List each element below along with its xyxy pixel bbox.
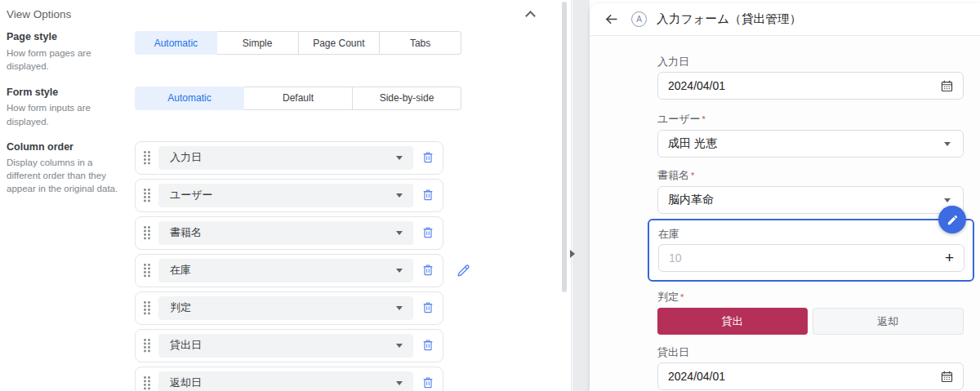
calendar-icon[interactable] [940,79,954,93]
stock-number-input[interactable]: 10 + [658,244,964,272]
field-label: 貸出日 [657,346,964,358]
app-window: View Options Page style How form pages a… [0,0,980,391]
column-row: 判定 [135,291,443,325]
required-mark: * [691,171,694,180]
field-user: ユーザー* 成田 光恵 [657,113,964,158]
column-select[interactable]: 入力日 [158,146,413,170]
collapse-section-icon[interactable] [525,11,536,21]
book-select[interactable]: 脳内革命 [657,186,964,214]
chevron-down-icon [944,198,951,202]
form-style-label: Form style [7,87,125,100]
field-stock-selected[interactable]: 在庫 10 + [648,219,974,282]
form-style-description: How form inputs are displayed. [7,101,125,127]
column-row-wrap: 在庫 [135,254,443,287]
delete-column-icon[interactable] [421,189,434,202]
required-mark: * [702,114,706,124]
user-select[interactable]: 成田 光恵 [657,130,964,158]
delete-column-icon[interactable] [421,264,434,277]
column-order-label: Column order [7,141,125,154]
back-icon[interactable] [604,11,619,27]
column-select[interactable]: 返却日 [158,371,413,391]
column-row: 入力日 [135,141,443,175]
left-scrollbar[interactable] [562,2,567,292]
column-select[interactable]: 書籍名 [158,221,413,245]
edit-column-icon[interactable] [456,263,471,282]
form-style-control: AutomaticDefaultSide-by-side [135,87,461,110]
return-button[interactable]: 返却 [813,308,964,335]
field-label: ユーザー [657,113,701,125]
field-label: 在庫 [658,228,964,240]
date-input[interactable]: 2024/04/01 [657,72,964,100]
column-order-list: 入力日ユーザー書籍名在庫判定貸出日返却日 [135,141,461,391]
column-row: 返却日 [135,367,443,391]
chevron-down-icon [396,381,403,385]
column-row: 書籍名 [135,216,443,250]
drag-handle-icon[interactable] [143,300,151,315]
column-row-wrap: 返却日 [135,367,443,391]
expand-panel-handle[interactable] [570,250,575,258]
segment-tabs[interactable]: Tabs [380,31,461,55]
column-row: 在庫 [135,254,443,287]
segment-automatic[interactable]: Automatic [135,31,217,55]
column-select[interactable]: 在庫 [158,259,413,282]
page-style-section: Page style How form pages are displayed.… [7,31,571,73]
view-options-panel: View Options Page style How form pages a… [0,0,572,391]
column-row: ユーザー [135,179,443,212]
drag-handle-icon[interactable] [143,188,151,202]
increment-icon[interactable]: + [945,249,954,267]
panel-title: View Options [7,8,71,20]
delete-column-icon[interactable] [421,301,434,314]
column-row-wrap: 判定 [135,291,443,325]
chevron-down-icon [396,344,403,348]
segment-simple[interactable]: Simple [217,31,299,55]
field-label: 判定 [657,291,679,303]
segment-automatic[interactable]: Automatic [135,87,244,110]
column-row-wrap: 書籍名 [135,216,443,250]
drag-handle-icon[interactable] [143,150,151,165]
chevron-down-icon [396,269,403,273]
segment-page-count[interactable]: Page Count [299,31,381,55]
panel-divider [572,0,590,391]
delete-column-icon[interactable] [421,339,434,352]
field-label: 書籍名 [657,169,689,181]
preview-title: 入力フォーム（貸出管理） [657,11,801,27]
page-style-label: Page style [7,31,125,44]
field-input-date: 入力日 2024/04/01 [657,56,964,100]
segment-default[interactable]: Default [244,87,353,110]
drag-handle-icon[interactable] [143,225,151,240]
page-style-description: How form pages are displayed. [7,47,125,73]
chevron-down-icon [396,231,403,235]
preview-header: A 入力フォーム（貸出管理） [590,3,980,36]
delete-column-icon[interactable] [421,151,434,164]
loan-date-input[interactable]: 2024/04/01 [657,362,964,390]
page-style-control: AutomaticSimplePage CountTabs [135,31,461,55]
column-row-wrap: ユーザー [135,179,443,212]
edit-field-fab[interactable] [938,206,966,233]
drag-handle-icon[interactable] [143,375,151,390]
chevron-down-icon [396,193,403,198]
required-mark: * [680,292,684,302]
field-loan-date: 貸出日 2024/04/01 [657,346,964,390]
form-avatar-icon: A [631,11,647,27]
chevron-down-icon [396,306,403,310]
column-select[interactable]: 判定 [158,296,413,320]
column-order-description: Display columns in a different order tha… [7,156,125,195]
form-style-section: Form style How form inputs are displayed… [7,87,571,128]
column-select[interactable]: 貸出日 [158,334,413,358]
delete-column-icon[interactable] [421,226,434,239]
delete-column-icon[interactable] [421,376,434,389]
column-select[interactable]: ユーザー [158,184,413,207]
column-row: 貸出日 [135,329,443,362]
chevron-down-icon [944,142,951,146]
stock-placeholder: 10 [669,251,682,264]
chevron-down-icon [396,156,403,160]
calendar-icon[interactable] [940,370,954,384]
field-judgement: 判定* 貸出 返却 [657,291,964,335]
segment-side-by-side[interactable]: Side-by-side [353,87,461,110]
drag-handle-icon[interactable] [143,338,151,353]
form-preview-panel: A 入力フォーム（貸出管理） 入力日 2024/04/01 ユーザー* 成田 光… [590,3,980,391]
column-order-section: Column order Display columns in a differ… [7,141,571,391]
loan-button[interactable]: 貸出 [657,308,808,335]
drag-handle-icon[interactable] [143,263,151,278]
column-row-wrap: 入力日 [135,141,443,175]
